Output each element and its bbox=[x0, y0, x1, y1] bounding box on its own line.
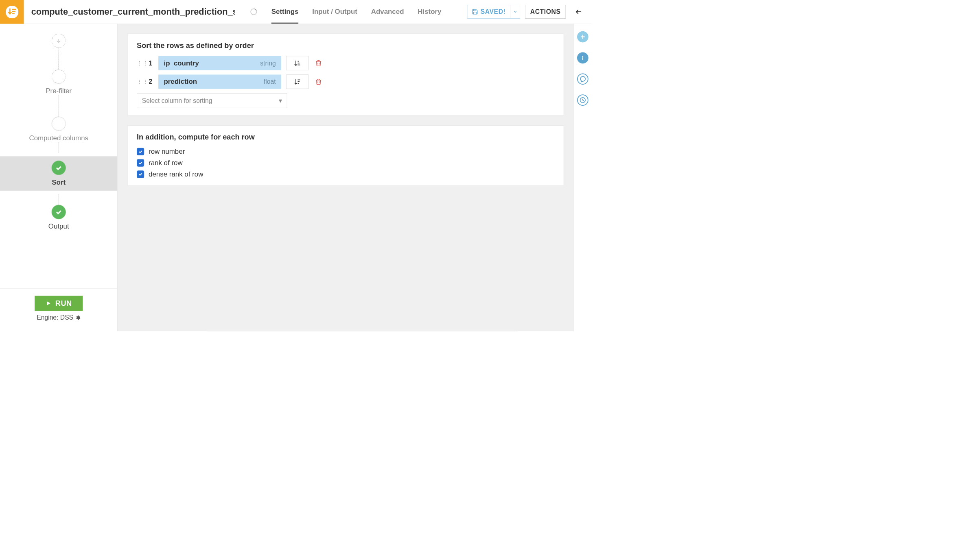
body: Pre-filter Computed columns Sort bbox=[0, 24, 591, 331]
step-sort[interactable]: Sort bbox=[0, 156, 117, 190]
compute-options: row number rank of row dense rank of row bbox=[137, 148, 555, 178]
check-icon bbox=[55, 164, 62, 172]
sort-row: ⋮⋮ 2 prediction float bbox=[137, 74, 555, 89]
svg-point-0 bbox=[6, 6, 18, 18]
step-output[interactable]: Output bbox=[0, 205, 117, 231]
sort-panel: Sort the rows as defined by order ⋮⋮ 1 i… bbox=[128, 34, 564, 116]
tab-advanced[interactable]: Advanced bbox=[371, 0, 404, 24]
drag-handle-icon[interactable]: ⋮⋮ bbox=[137, 78, 142, 85]
chevron-down-icon bbox=[513, 10, 517, 14]
tab-settings[interactable]: Settings bbox=[271, 0, 299, 24]
sort-column-pill[interactable]: ip_country string bbox=[158, 56, 281, 70]
step-output-circle bbox=[52, 205, 66, 219]
compute-option-rank[interactable]: rank of row bbox=[137, 159, 555, 167]
check-icon bbox=[138, 161, 143, 166]
chat-icon bbox=[579, 76, 586, 83]
save-icon bbox=[472, 9, 478, 15]
step-sort-label: Sort bbox=[52, 179, 66, 186]
svg-marker-7 bbox=[47, 301, 50, 305]
flow-connector bbox=[59, 95, 59, 117]
delete-sort-row-button[interactable] bbox=[314, 58, 324, 68]
step-computed-columns[interactable]: Computed columns bbox=[0, 117, 117, 142]
sort-column-type: float bbox=[264, 78, 276, 86]
topbar-tabs: Settings Input / Output Advanced History bbox=[250, 0, 442, 24]
check-icon bbox=[138, 149, 143, 154]
sort-row: ⋮⋮ 1 ip_country string bbox=[137, 56, 555, 70]
sort-row-index: 2 bbox=[148, 78, 153, 86]
run-button[interactable]: RUN bbox=[35, 296, 83, 311]
topbar-right: SAVED! ACTIONS bbox=[467, 0, 591, 24]
step-input[interactable] bbox=[0, 34, 117, 48]
info-icon bbox=[579, 54, 586, 61]
tab-history[interactable]: History bbox=[418, 0, 441, 24]
arrow-down-icon bbox=[56, 38, 61, 44]
rail-history-button[interactable] bbox=[577, 94, 588, 106]
select-column-dropdown[interactable]: Select column for sorting ▾ bbox=[137, 93, 287, 108]
step-sort-circle bbox=[52, 161, 66, 175]
step-input-circle bbox=[52, 34, 66, 48]
sort-logo-icon bbox=[6, 6, 18, 18]
sort-asc-icon bbox=[294, 59, 301, 67]
topbar: compute_customer_current_month_predictio… bbox=[0, 0, 591, 24]
sort-column-name: prediction bbox=[164, 78, 197, 85]
tab-input-output[interactable]: Input / Output bbox=[312, 0, 357, 24]
flow-connector bbox=[59, 194, 59, 205]
main-content: Sort the rows as defined by order ⋮⋮ 1 i… bbox=[118, 24, 574, 331]
loading-icon bbox=[250, 0, 258, 24]
caret-down-icon: ▾ bbox=[279, 97, 282, 105]
sort-panel-title: Sort the rows as defined by order bbox=[137, 41, 555, 50]
engine-indicator[interactable]: Engine: DSS bbox=[37, 314, 81, 322]
compute-option-label: row number bbox=[149, 148, 185, 155]
delete-sort-row-button[interactable] bbox=[314, 77, 324, 87]
recipe-title[interactable]: compute_customer_current_month_predictio… bbox=[24, 0, 235, 24]
step-prefilter-label: Pre-filter bbox=[46, 87, 72, 95]
flow-connector bbox=[59, 48, 59, 70]
checkbox-checked bbox=[137, 159, 144, 167]
saved-indicator[interactable]: SAVED! bbox=[467, 5, 520, 19]
actions-button[interactable]: ACTIONS bbox=[525, 5, 566, 19]
sort-column-type: string bbox=[260, 59, 276, 67]
saved-label: SAVED! bbox=[481, 8, 506, 16]
check-icon bbox=[138, 172, 143, 176]
compute-option-dense-rank[interactable]: dense rank of row bbox=[137, 170, 555, 178]
trash-icon bbox=[315, 60, 322, 67]
engine-label: Engine: DSS bbox=[37, 314, 73, 322]
collapse-panel-button[interactable] bbox=[571, 8, 586, 15]
plus-icon bbox=[579, 33, 586, 40]
clock-icon bbox=[579, 97, 586, 104]
compute-option-row-number[interactable]: row number bbox=[137, 148, 555, 155]
step-computed-circle bbox=[52, 117, 66, 131]
step-output-label: Output bbox=[48, 222, 69, 230]
saved-caret[interactable] bbox=[510, 5, 520, 19]
right-rail bbox=[574, 24, 591, 331]
check-icon bbox=[55, 208, 62, 216]
app-root: compute_customer_current_month_predictio… bbox=[0, 0, 591, 331]
rail-discussions-button[interactable] bbox=[577, 73, 588, 85]
rail-info-button[interactable] bbox=[577, 52, 588, 64]
rail-add-button[interactable] bbox=[577, 31, 588, 43]
drag-handle-icon[interactable]: ⋮⋮ bbox=[137, 60, 142, 67]
gear-icon bbox=[75, 315, 81, 320]
svg-rect-19 bbox=[582, 57, 583, 60]
flow-steps: Pre-filter Computed columns Sort bbox=[0, 24, 117, 289]
compute-option-label: rank of row bbox=[149, 159, 183, 167]
sort-direction-desc-button[interactable] bbox=[286, 74, 309, 89]
compute-panel-title: In addition, compute for each row bbox=[137, 133, 555, 142]
flow-connector bbox=[59, 142, 59, 153]
checkbox-checked bbox=[137, 148, 144, 155]
step-prefilter-circle bbox=[52, 70, 66, 84]
select-column-placeholder: Select column for sorting bbox=[142, 97, 212, 105]
run-label: RUN bbox=[55, 299, 72, 308]
play-icon bbox=[46, 301, 51, 306]
sort-row-index: 1 bbox=[148, 59, 153, 67]
step-prefilter[interactable]: Pre-filter bbox=[0, 70, 117, 95]
compute-option-label: dense rank of row bbox=[149, 170, 203, 178]
svg-point-18 bbox=[582, 56, 583, 57]
recipe-logo[interactable] bbox=[0, 0, 24, 24]
step-computed-label: Computed columns bbox=[29, 134, 88, 142]
compute-panel: In addition, compute for each row row nu… bbox=[128, 125, 564, 185]
arrow-left-icon bbox=[575, 8, 582, 15]
sort-direction-asc-button[interactable] bbox=[286, 56, 309, 70]
trash-icon bbox=[315, 78, 322, 85]
sort-column-pill[interactable]: prediction float bbox=[158, 74, 281, 89]
